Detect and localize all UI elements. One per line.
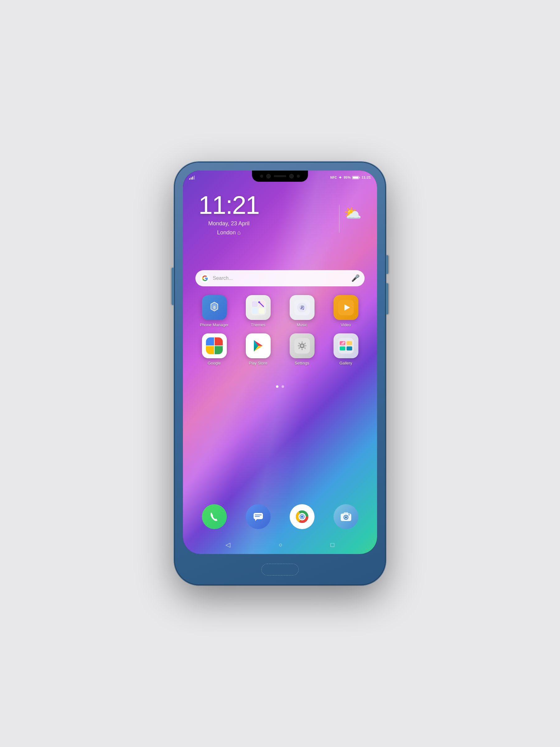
clock-time: 11:21 (198, 192, 259, 218)
phone-manager-icon (202, 295, 227, 320)
svg-text:♫: ♫ (300, 304, 305, 311)
home-button-physical[interactable] (261, 564, 299, 575)
dock-messages[interactable] (246, 504, 271, 529)
svg-rect-30 (255, 516, 260, 517)
gallery-icon (334, 333, 358, 358)
video-icon (334, 295, 358, 320)
settings-label: Settings (295, 361, 309, 365)
battery-icon (352, 176, 360, 179)
front-camera (266, 174, 271, 178)
svg-rect-29 (255, 515, 262, 515)
front-camera-2 (289, 174, 294, 178)
svg-point-6 (258, 301, 260, 303)
video-label: Video (341, 323, 351, 327)
nfc-icon: NFC (330, 176, 337, 179)
dock (183, 504, 377, 529)
app-music[interactable]: ♫ Music (280, 295, 324, 327)
phone-device: NFC ✦ 95% 11:21 (174, 162, 386, 585)
search-placeholder[interactable]: Search... (213, 276, 348, 281)
back-button[interactable]: ◁ (225, 541, 230, 548)
status-time: 11:21 (362, 176, 371, 179)
dock-chrome[interactable] (290, 504, 315, 529)
svg-rect-23 (347, 341, 352, 345)
search-bar[interactable]: Search... 🎤 (195, 270, 365, 286)
themes-icon (246, 295, 271, 320)
page-dot-2 (282, 385, 284, 388)
dock-messages-icon (246, 504, 271, 529)
bluetooth-icon: ✦ (339, 175, 342, 180)
phone-bottom (183, 554, 377, 585)
mic-icon[interactable]: 🎤 (351, 274, 359, 282)
page-dot-1 (276, 385, 278, 388)
clock-divider (339, 205, 340, 233)
play-store-icon (246, 333, 271, 358)
svg-rect-21 (338, 338, 354, 354)
themes-label: Themes (251, 323, 265, 327)
app-settings[interactable]: Settings (280, 333, 324, 365)
dock-camera-icon (334, 504, 358, 529)
proximity-sensor (297, 175, 300, 178)
app-google[interactable]: Google (192, 333, 236, 365)
home-button-nav[interactable]: ○ (278, 541, 282, 548)
screen: NFC ✦ 95% 11:21 (183, 171, 377, 554)
dock-chrome-icon (290, 504, 315, 529)
power-button[interactable] (386, 255, 388, 274)
clock-left: 11:21 Monday, 23 April London ⌂ (198, 192, 259, 236)
svg-point-44 (345, 516, 347, 518)
app-video[interactable]: Video (324, 295, 368, 327)
svg-rect-1 (252, 301, 258, 307)
screen-container: NFC ✦ 95% 11:21 (183, 171, 377, 554)
earpiece (274, 175, 286, 177)
dock-phone-icon (202, 504, 227, 529)
weather-widget: ⛅ (344, 199, 362, 222)
app-play-store[interactable]: Play Store (236, 333, 280, 365)
notch (252, 171, 308, 182)
music-icon: ♫ (290, 295, 315, 320)
settings-icon (290, 333, 315, 358)
battery-percent: 95% (344, 176, 351, 179)
svg-rect-24 (340, 346, 345, 351)
dock-phone[interactable] (202, 504, 227, 529)
phone-manager-label: Phone Manager (200, 323, 229, 327)
music-label: Music (297, 323, 308, 327)
weather-icon: ⛅ (344, 205, 362, 222)
phone-body: NFC ✦ 95% 11:21 (174, 162, 386, 585)
status-right: NFC ✦ 95% 11:21 (330, 175, 371, 180)
recent-button[interactable]: □ (330, 541, 334, 548)
app-themes[interactable]: Themes (236, 295, 280, 327)
svg-rect-25 (347, 346, 352, 351)
nav-bar: ◁ ○ □ (183, 541, 377, 548)
clock-date: Monday, 23 April (198, 221, 259, 227)
signal-icon (189, 175, 195, 180)
app-phone-manager[interactable]: Phone Manager (192, 295, 236, 327)
google-label: Google (208, 361, 221, 365)
dock-camera[interactable] (334, 504, 358, 529)
app-grid: Phone Manager (183, 295, 377, 365)
google-icon (202, 333, 227, 358)
svg-marker-31 (255, 519, 257, 521)
svg-point-39 (301, 515, 303, 518)
svg-rect-4 (259, 308, 264, 314)
google-g-logo (201, 274, 210, 283)
google-grid-icon (206, 337, 223, 354)
app-gallery[interactable]: Gallery (324, 333, 368, 365)
svg-rect-3 (252, 308, 258, 314)
clock-city: London ⌂ (198, 229, 259, 236)
volume-down-button[interactable] (172, 268, 174, 305)
volume-button[interactable] (386, 283, 388, 314)
gallery-label: Gallery (340, 361, 352, 365)
status-left (189, 175, 195, 180)
play-store-label: Play Store (249, 361, 268, 365)
svg-point-27 (343, 341, 345, 343)
svg-point-45 (348, 514, 350, 515)
clock-area: 11:21 Monday, 23 April London ⌂ ⛅ (183, 192, 377, 236)
svg-marker-41 (344, 512, 348, 514)
svg-point-20 (301, 344, 303, 347)
front-sensor (260, 175, 263, 178)
page-indicators (183, 385, 377, 388)
